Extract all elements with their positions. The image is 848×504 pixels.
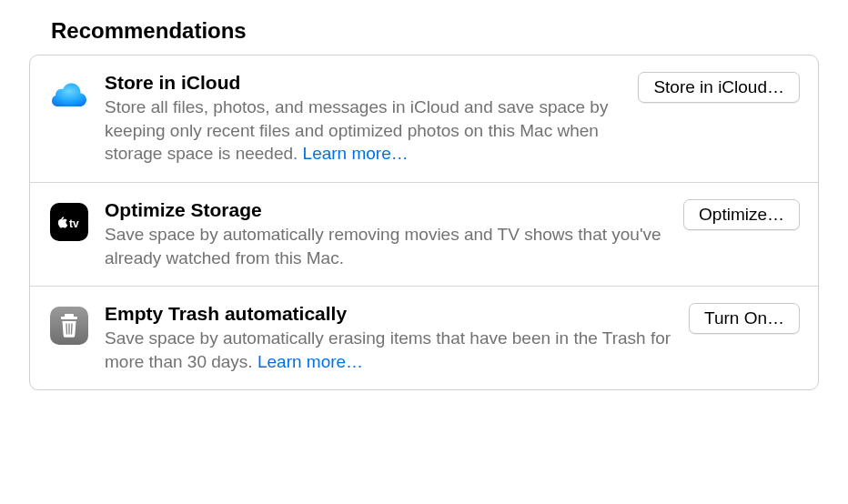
icloud-icon: [48, 74, 90, 116]
trash-icon: [48, 305, 90, 347]
learn-more-link[interactable]: Learn more…: [303, 144, 409, 163]
recommendations-list: Store in iCloud Store all files, photos,…: [29, 55, 819, 390]
turn-on-button[interactable]: Turn On…: [689, 303, 800, 334]
svg-rect-3: [61, 317, 77, 319]
optimize-button[interactable]: Optimize…: [683, 199, 800, 230]
section-title: Recommendations: [29, 18, 819, 44]
svg-line-6: [72, 324, 73, 334]
row-title: Empty Trash automatically: [105, 303, 674, 325]
row-title: Optimize Storage: [105, 199, 669, 221]
row-content: Store in iCloud Store all files, photos,…: [105, 72, 623, 166]
recommendation-row-icloud: Store in iCloud Store all files, photos,…: [30, 55, 818, 183]
appletv-icon: tv: [48, 201, 90, 243]
recommendation-row-optimize: tv Optimize Storage Save space by automa…: [30, 183, 818, 287]
recommendation-row-trash: Empty Trash automatically Save space by …: [30, 287, 818, 389]
row-description: Store all files, photos, and messages in…: [105, 96, 623, 166]
row-content: Empty Trash automatically Save space by …: [105, 303, 674, 373]
svg-line-4: [66, 324, 67, 334]
learn-more-link[interactable]: Learn more…: [257, 352, 363, 371]
row-content: Optimize Storage Save space by automatic…: [105, 199, 669, 269]
store-in-icloud-button[interactable]: Store in iCloud…: [638, 72, 800, 103]
row-title: Store in iCloud: [105, 72, 623, 94]
svg-text:tv: tv: [69, 217, 79, 230]
row-description: Save space by automatically erasing item…: [105, 327, 674, 373]
row-description: Save space by automatically removing mov…: [105, 223, 669, 269]
